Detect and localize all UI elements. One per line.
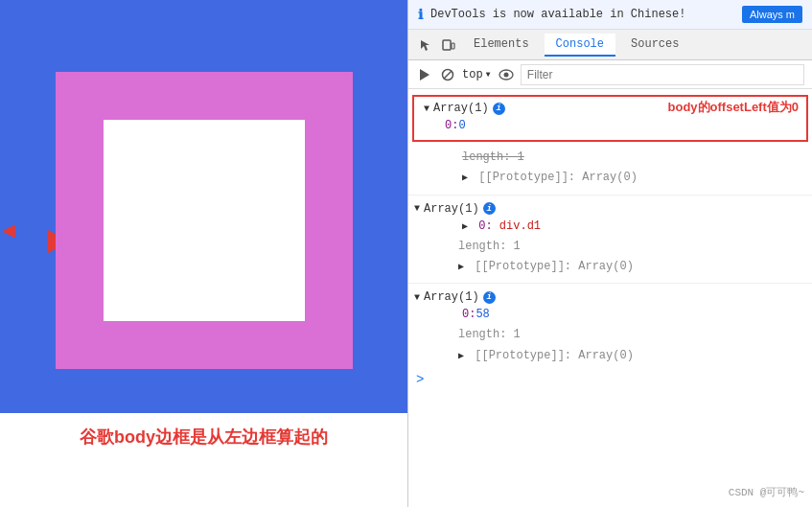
- devtools-tabs: Elements Console Sources: [408, 30, 812, 60]
- array-label-2: Array(1): [424, 202, 479, 216]
- prop-val-58: 58: [476, 306, 489, 324]
- svg-marker-2: [420, 69, 429, 81]
- pink-border-box: [56, 72, 353, 369]
- info-icon: ℹ: [418, 7, 423, 23]
- ban-button[interactable]: [439, 66, 456, 83]
- third-console-section: Array(1) i 0: div.d1 length: 1: [408, 199, 812, 280]
- svg-rect-0: [443, 40, 451, 50]
- array-label-3: Array(1): [424, 290, 479, 304]
- devtools-panel: ℹ DevTools is now available in Chinese! …: [407, 0, 812, 507]
- second-console-section: length: 1 [[Prototype]]: Array(0): [408, 146, 812, 190]
- cursor-icon[interactable]: [416, 35, 435, 55]
- expand-icon-1: [424, 104, 429, 114]
- eye-icon[interactable]: [498, 66, 515, 83]
- annotation-body-offset: body的offsetLeft值为0: [668, 99, 800, 116]
- array-label-1: Array(1): [433, 102, 489, 115]
- prop-val-0: 0: [458, 117, 465, 135]
- main-container: ◀ 谷歌body边框是从左边框算起的 ℹ DevTools is now ava…: [0, 0, 812, 507]
- console-output: Array(1) i 0: 0 body的offsetLeft值为0 lengt…: [408, 89, 812, 507]
- prototype-row-2: [[Prototype]]: Array(0): [408, 257, 812, 277]
- top-dropdown[interactable]: top ▾: [462, 67, 492, 81]
- array-info-badge-2: i: [483, 202, 496, 215]
- array-row-div: 0: div.d1: [408, 217, 812, 237]
- expand-icon-2: [414, 203, 420, 214]
- prototype-row-1: [[Prototype]]: Array(0): [408, 168, 812, 188]
- proto-label-2: [[Prototype]]: Array(0): [475, 260, 634, 273]
- div-expand: [462, 219, 468, 235]
- proto-expand-1: [462, 171, 468, 186]
- always-button[interactable]: Always m: [742, 6, 802, 23]
- array-info-badge-1: i: [493, 103, 505, 115]
- length-row-1: length: 1: [408, 148, 812, 168]
- prop-key-58: 0:: [462, 306, 476, 324]
- first-console-section: Array(1) i 0: 0 body的offsetLeft值为0: [412, 95, 808, 142]
- prop-key-div: 0:: [478, 219, 499, 233]
- array-row-0-val: 0: 0: [418, 116, 802, 136]
- info-bar-text: DevTools is now available in Chinese!: [430, 8, 685, 21]
- chevron-down-icon: ▾: [485, 67, 492, 81]
- prop-key-0: 0:: [445, 117, 458, 135]
- array-info-badge-3: i: [483, 291, 496, 304]
- left-arrow: ◀: [2, 219, 15, 241]
- length-row-3: length: 1: [408, 325, 812, 345]
- prototype-row-3: [[Prototype]]: Array(0): [408, 346, 812, 366]
- proto-label-3: [[Prototype]]: Array(0): [475, 349, 634, 362]
- white-inner-box: [104, 120, 305, 321]
- play-button[interactable]: [416, 66, 433, 83]
- devtools-info-bar: ℹ DevTools is now available in Chinese! …: [408, 0, 812, 30]
- browser-view: ◀ 谷歌body边框是从左边框算起的: [0, 0, 407, 460]
- array-row-58: 0: 58: [408, 305, 812, 325]
- svg-line-4: [444, 71, 452, 79]
- expand-icon-3: [414, 292, 420, 303]
- tab-sources[interactable]: Sources: [619, 34, 690, 57]
- proto-expand-3: [458, 349, 464, 364]
- csdn-watermark: CSDN @可可鸭~: [729, 485, 804, 499]
- top-label: top: [462, 68, 483, 81]
- tab-console[interactable]: Console: [545, 34, 615, 57]
- console-prompt: >: [408, 368, 812, 391]
- prop-val-div: div.d1: [499, 219, 541, 233]
- svg-point-6: [503, 72, 508, 77]
- array-header-3[interactable]: Array(1) i: [408, 289, 812, 305]
- fourth-console-section: Array(1) i 0: 58 length: 1 [[Prototype]]…: [408, 288, 812, 368]
- devtools-toolbar: top ▾: [408, 60, 812, 89]
- array-header-2[interactable]: Array(1) i: [408, 201, 812, 217]
- svg-rect-1: [452, 43, 454, 49]
- device-icon[interactable]: [439, 35, 458, 55]
- length-row-2: length: 1: [408, 237, 812, 257]
- bottom-label: 谷歌body边框是从左边框算起的: [0, 413, 407, 460]
- proto-expand-2: [458, 260, 464, 275]
- tab-elements[interactable]: Elements: [462, 34, 541, 57]
- filter-input[interactable]: [521, 64, 804, 85]
- proto-label-1: [[Prototype]]: Array(0): [478, 171, 638, 184]
